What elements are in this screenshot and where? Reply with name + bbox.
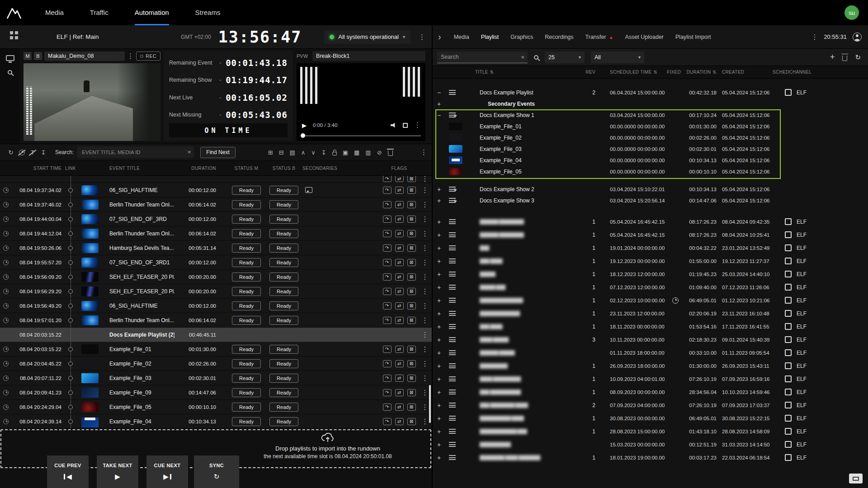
rundown-row[interactable]: 08.04 19:56:49.20 06_SIG_HALFTIME 00:00:…: [0, 299, 432, 313]
col-link[interactable]: LINK: [61, 166, 80, 171]
expand-toggle[interactable]: +: [433, 349, 445, 357]
link-node-icon[interactable]: [68, 376, 73, 380]
link-cell[interactable]: [61, 342, 80, 356]
flag-jump-icon[interactable]: ↷: [383, 187, 392, 194]
link-node-icon[interactable]: [68, 231, 73, 236]
tab-media[interactable]: Media: [454, 34, 469, 40]
row-menu-icon[interactable]: ⋮: [422, 230, 429, 238]
header-menu-icon[interactable]: ⋮: [419, 33, 425, 41]
link-cell[interactable]: [61, 241, 80, 255]
paste-icon[interactable]: ▦: [354, 149, 359, 156]
expand-toggle[interactable]: +: [433, 389, 445, 396]
flag-block-icon[interactable]: ⊠: [407, 418, 416, 425]
flag-block-icon[interactable]: ⊠: [407, 375, 416, 382]
row-menu-icon[interactable]: ⋮: [422, 345, 429, 353]
playlist-row[interactable]: + Docs Example Show 2 03.04.2024 15:10:2…: [433, 183, 868, 195]
flag-jump-icon[interactable]: ↷: [383, 176, 392, 182]
col-created[interactable]: CREATED: [722, 70, 744, 75]
cue-next-button[interactable]: CUE NEXT▶: [146, 455, 188, 488]
playlist-row[interactable]: + █████ ███ 1 07.12.2023 12:00:00.00 01:…: [433, 281, 868, 294]
expand-toggle[interactable]: +: [433, 428, 445, 435]
page-size-select[interactable]: 25 ▾: [545, 52, 585, 63]
rundown-row[interactable]: 08.04 19:44:12.04 Berlin Thunder Team On…: [0, 226, 432, 241]
channel-checkbox[interactable]: [785, 284, 792, 291]
flag-block-icon[interactable]: ⊠: [407, 317, 416, 324]
expand-toggle[interactable]: +: [433, 231, 445, 239]
flag-loop-icon[interactable]: ⇄: [395, 360, 404, 367]
playlist-row[interactable]: Example_File_01 00.00.0000 00:00:00.00 0…: [433, 121, 868, 132]
playlist-row[interactable]: + ████ █████ 3 10.11.2023 00:00:00.00 02…: [433, 333, 868, 346]
link-node-icon[interactable]: [68, 202, 73, 207]
playlist-row[interactable]: + ██████████ ████ 1 30.08.2023 00:00:00.…: [433, 412, 868, 425]
rec-button[interactable]: REC: [136, 52, 160, 61]
link-cell[interactable]: [61, 400, 80, 414]
expand-toggle[interactable]: +: [433, 323, 445, 330]
playlist-row[interactable]: − Docs Example Playlist 2 06.04.2024 15:…: [433, 87, 868, 98]
nav-item-traffic[interactable]: Traffic: [90, 0, 108, 25]
flag-block-icon[interactable]: ⊠: [407, 288, 416, 295]
col-title[interactable]: TITLE⇅: [475, 70, 494, 75]
nav-item-streams[interactable]: Streams: [195, 0, 221, 25]
expand-toggle[interactable]: +: [433, 197, 445, 204]
playlist-row[interactable]: Example_File_02 00.00.0000 00:00:00.00 0…: [433, 132, 868, 143]
pvw-menu-icon[interactable]: ⋮: [414, 121, 421, 129]
rundown-row[interactable]: 08.04 19:50:26.06 Hamburg Sea Devils Tea…: [0, 241, 432, 255]
row-menu-icon[interactable]: ⋮: [422, 360, 429, 368]
link-cell[interactable]: [61, 414, 80, 428]
col-rev[interactable]: REV: [568, 70, 595, 75]
find-next-button[interactable]: Find Next: [200, 147, 235, 158]
nav-item-automation[interactable]: Automation: [135, 0, 169, 25]
flag-loop-icon[interactable]: ⇄: [395, 288, 404, 295]
channel-checkbox[interactable]: [785, 415, 792, 422]
flag-jump-icon[interactable]: ↷: [383, 216, 392, 223]
playlist-row[interactable]: + █████████ 1 26.09.2023 18:00:00.00 01:…: [433, 359, 868, 372]
row-menu-icon[interactable]: ⋮: [422, 331, 429, 339]
clear-search-icon[interactable]: ×: [521, 54, 524, 61]
rundown-row[interactable]: 08.04 20:24:39.14 Example_File_04 00:10:…: [0, 414, 432, 429]
flag-block-icon[interactable]: ⊠: [407, 389, 416, 396]
channel-checkbox[interactable]: [785, 323, 792, 330]
flag-loop-icon[interactable]: ⇄: [395, 404, 404, 411]
channel-checkbox[interactable]: [785, 375, 792, 382]
channel-grid-icon[interactable]: [10, 31, 13, 34]
link-cell[interactable]: [61, 226, 80, 240]
link-cell[interactable]: [61, 385, 80, 399]
rundown-row[interactable]: 08.04 19:55:57.20 07_SIG_END_OF_3RD1 00:…: [0, 255, 432, 270]
channel-checkbox[interactable]: [785, 218, 792, 225]
tab-asset-uploader[interactable]: Asset Uploader: [625, 34, 664, 40]
flag-jump-icon[interactable]: ↷: [383, 360, 392, 367]
playlist-row[interactable]: + █████ 1 18.12.2023 12:00:00.00 01:19:4…: [433, 267, 868, 281]
panel-toggle-button[interactable]: [849, 474, 863, 483]
refresh-icon[interactable]: ↻: [5, 149, 16, 156]
delete-playlist-icon[interactable]: [842, 56, 847, 61]
flag-block-icon[interactable]: ⊠: [407, 259, 416, 266]
pvw-clip-input[interactable]: Break-Block1: [312, 51, 425, 61]
link-node-icon[interactable]: [68, 419, 73, 424]
insert-above-icon[interactable]: ⊞: [268, 149, 273, 156]
text-filter-off-icon[interactable]: T: [27, 149, 38, 156]
expand-toggle[interactable]: +: [433, 415, 445, 422]
play-button[interactable]: ▶: [302, 122, 307, 129]
rundown-row[interactable]: 08.04 20:24:29.04 Example_File_05 00:00:…: [0, 400, 432, 414]
makalu-logo-icon[interactable]: [6, 6, 22, 19]
playlist-row[interactable]: Example_File_04 00.00.0000 00:00:00.00 0…: [433, 155, 868, 166]
link-node-icon[interactable]: [68, 390, 73, 395]
flag-block-icon[interactable]: ⊠: [407, 302, 416, 310]
flag-block-icon[interactable]: ⊠: [407, 360, 416, 367]
expand-toggle[interactable]: +: [433, 310, 445, 317]
playlist-row[interactable]: + ███ ████████ ████ 2 07.09.2023 04:00:0…: [433, 399, 868, 412]
move-down-icon[interactable]: ∨: [311, 149, 316, 156]
volume-icon[interactable]: [391, 123, 396, 128]
playlist-search-input[interactable]: [437, 52, 528, 63]
flag-jump-icon[interactable]: ↷: [383, 404, 392, 411]
playlist-row[interactable]: + ██████ ████████ 1 05.04.2024 16:45:42.…: [433, 228, 868, 241]
rundown-row[interactable]: 08.04 19:44:00.04 07_SIG_END_OF_3RD 00:0…: [0, 212, 432, 226]
link-cell[interactable]: [61, 197, 80, 211]
col-event-title[interactable]: EVENT TITLE: [102, 166, 175, 171]
search-icon[interactable]: [8, 70, 12, 75]
expand-toggle[interactable]: +: [433, 336, 445, 343]
tab-transfer[interactable]: Transfer▲: [585, 34, 613, 40]
channel-checkbox[interactable]: [785, 389, 792, 395]
playlist-row[interactable]: + ████████ ████ ███████ 1 18.01.2023 19:…: [433, 451, 868, 464]
link-node-icon[interactable]: [68, 347, 73, 352]
